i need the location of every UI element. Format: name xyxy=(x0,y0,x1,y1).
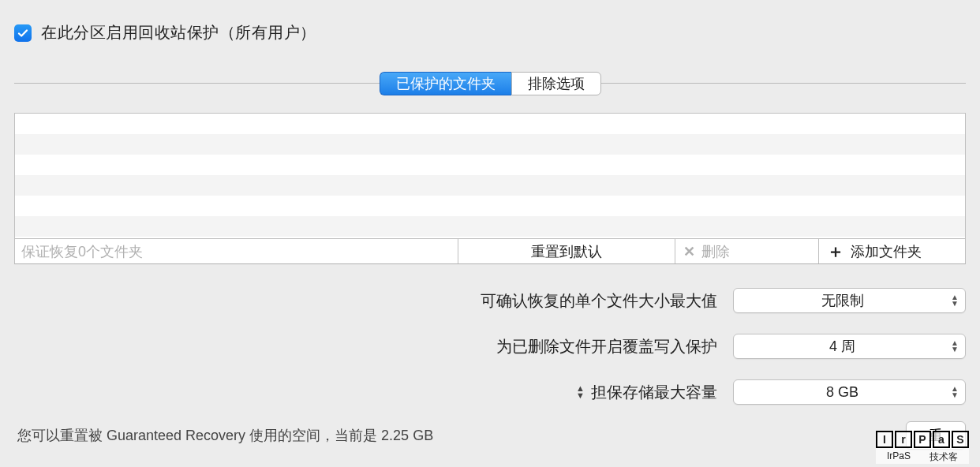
plus-icon: ＋ xyxy=(827,240,844,263)
watermark: I r P a S IrPaS 技术客 xyxy=(876,431,969,464)
watermark-letter: P xyxy=(914,431,931,448)
tab-protected-folders[interactable]: 已保护的文件夹 xyxy=(380,72,511,95)
list-row xyxy=(15,216,965,237)
max-file-size-label: 可确认恢复的单个文件大小最大值 xyxy=(481,290,717,312)
enable-recycle-protection-checkbox[interactable] xyxy=(14,24,32,42)
watermark-right-label: 技术客 xyxy=(930,450,958,464)
list-status-text: 保证恢复0个文件夹 xyxy=(15,239,458,263)
inline-stepper-icon[interactable]: ▲▼ xyxy=(576,385,585,399)
protected-folders-list: 保证恢复0个文件夹 重置到默认 ✕ 删除 ＋ 添加文件夹 xyxy=(14,113,966,264)
delete-label: 删除 xyxy=(701,242,730,261)
max-storage-select[interactable]: 8 GB ▲▼ xyxy=(733,379,966,405)
watermark-left-label: IrPaS xyxy=(887,450,911,464)
overwrite-protect-select[interactable]: 4 周 ▲▼ xyxy=(733,334,966,359)
list-row xyxy=(15,155,965,175)
reset-label: 重置到默认 xyxy=(531,242,602,261)
list-row xyxy=(15,196,965,216)
max-file-size-value: 无限制 xyxy=(734,291,951,310)
overwrite-protect-value: 4 周 xyxy=(734,337,951,356)
watermark-letter: I xyxy=(876,431,893,448)
footer-info-text: 您可以重置被 Guaranteed Recovery 使用的空间，当前是 2.2… xyxy=(17,426,433,445)
overwrite-protect-label: 为已删除文件开启覆盖写入保护 xyxy=(496,336,717,357)
max-storage-label-text: 担保存储最大容量 xyxy=(591,382,717,403)
enable-recycle-protection-label: 在此分区启用回收站保护（所有用户） xyxy=(41,22,316,43)
add-label: 添加文件夹 xyxy=(851,242,922,261)
list-row xyxy=(15,114,965,134)
list-row xyxy=(15,134,965,155)
stepper-icon: ▲▼ xyxy=(951,386,959,398)
reset-to-default-button[interactable]: 重置到默认 xyxy=(458,239,675,263)
stepper-icon: ▲▼ xyxy=(951,294,959,307)
max-storage-value: 8 GB xyxy=(734,384,951,401)
tab-exclude-options[interactable]: 排除选项 xyxy=(511,72,601,95)
delete-folder-button[interactable]: ✕ 删除 xyxy=(675,239,818,263)
max-storage-label: ▲▼ 担保存储最大容量 xyxy=(576,382,717,403)
list-body[interactable] xyxy=(15,114,965,238)
tabs-container: 已保护的文件夹 排除选项 xyxy=(14,72,966,95)
max-file-size-select[interactable]: 无限制 ▲▼ xyxy=(733,288,966,313)
watermark-letter: r xyxy=(895,431,912,448)
close-icon: ✕ xyxy=(683,243,695,260)
stepper-icon: ▲▼ xyxy=(951,340,959,353)
add-folder-button[interactable]: ＋ 添加文件夹 xyxy=(818,239,965,263)
watermark-letter: S xyxy=(952,431,969,448)
checkmark-icon xyxy=(17,27,29,39)
watermark-letter: a xyxy=(933,431,950,448)
list-toolbar: 保证恢复0个文件夹 重置到默认 ✕ 删除 ＋ 添加文件夹 xyxy=(15,238,965,263)
list-row xyxy=(15,175,965,196)
